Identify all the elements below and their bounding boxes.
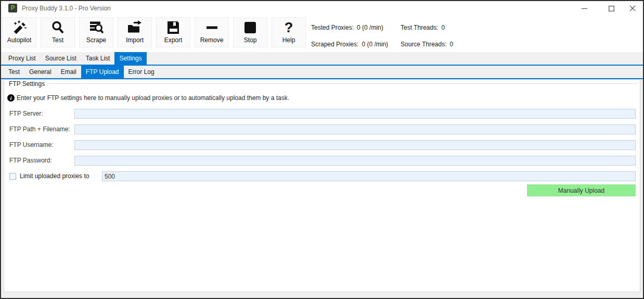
- groupbox-line: [4, 83, 7, 84]
- ftp-server-label: FTP Server:: [9, 109, 43, 119]
- stop-label: Stop: [244, 36, 257, 44]
- tab-email[interactable]: Email: [56, 66, 81, 78]
- export-button[interactable]: Export: [156, 17, 190, 47]
- close-button[interactable]: [622, 1, 643, 16]
- magnifier-icon: [50, 19, 66, 36]
- tab-error-log[interactable]: Error Log: [124, 66, 159, 78]
- info-icon: i: [7, 94, 15, 102]
- maximize-button[interactable]: [601, 1, 622, 16]
- tab-general[interactable]: General: [24, 66, 56, 78]
- floppy-disk-icon: [165, 19, 181, 36]
- autopilot-button[interactable]: Autopilot: [2, 17, 36, 47]
- scrape-button[interactable]: Scrape: [79, 17, 113, 47]
- stat-value: 0 (0 /min): [362, 41, 388, 48]
- tab-settings[interactable]: Settings: [114, 52, 146, 65]
- close-icon: [629, 5, 636, 11]
- settings-tab-bar: Test General Email FTP Upload Error Log: [1, 66, 643, 79]
- title-bar: P Proxy Buddy 3.1.0 - Pro Version: [1, 1, 643, 16]
- import-label: Import: [126, 36, 144, 44]
- minimize-icon: [582, 6, 587, 11]
- limit-proxies-checkbox[interactable]: [9, 173, 16, 180]
- tab-ftp-upload[interactable]: FTP Upload: [81, 66, 124, 78]
- help-button[interactable]: ? Help: [272, 17, 306, 47]
- remove-label: Remove: [200, 36, 224, 44]
- window-title: Proxy Buddy 3.1.0 - Pro Version: [22, 1, 111, 16]
- ftp-username-label: FTP Username:: [9, 140, 53, 150]
- stop-button[interactable]: Stop: [233, 17, 267, 47]
- stat-label: Tested Proxies:: [311, 24, 354, 31]
- export-label: Export: [164, 36, 183, 44]
- groupbox-title: FTP Settings: [9, 80, 45, 88]
- ftp-server-input[interactable]: [74, 109, 636, 119]
- stat-label: Scraped Proxies:: [311, 41, 358, 48]
- stat-value: 0 (0 /min): [357, 24, 383, 31]
- stat-test-threads: Test Threads:0: [401, 24, 445, 31]
- scrape-label: Scrape: [86, 36, 106, 44]
- help-label: Help: [282, 36, 295, 44]
- ftp-path-filename-label: FTP Path + Filename:: [9, 124, 70, 134]
- main-tab-bar: Proxy List Source List Task List Setting…: [1, 52, 643, 66]
- ftp-password-input[interactable]: [74, 156, 636, 166]
- ftp-password-label: FTP Password:: [9, 156, 52, 166]
- tab-test[interactable]: Test: [4, 66, 24, 78]
- minimize-button[interactable]: [574, 1, 595, 16]
- remove-button[interactable]: Remove: [195, 17, 229, 47]
- app-icon: P: [8, 4, 17, 13]
- ftp-path-filename-input[interactable]: [74, 124, 636, 134]
- maximize-icon: [609, 6, 614, 11]
- test-label: Test: [52, 36, 63, 44]
- folder-import-icon: [127, 19, 143, 36]
- stat-value: 0: [441, 24, 445, 31]
- test-button[interactable]: Test: [41, 17, 75, 47]
- magic-wand-icon: [11, 19, 27, 36]
- limit-proxies-input[interactable]: [102, 171, 636, 181]
- ftp-settings-groupbox: FTP Settings: [4, 80, 638, 88]
- stop-square-icon: [242, 19, 258, 36]
- stat-label: Source Threads:: [401, 41, 447, 48]
- tab-proxy-list[interactable]: Proxy List: [4, 52, 41, 65]
- groupbox-line: [47, 83, 638, 84]
- ftp-info-text: Enter your FTP settings here to manually…: [17, 94, 289, 102]
- stat-label: Test Threads:: [401, 24, 438, 31]
- list-search-icon: [88, 19, 104, 36]
- question-mark-icon: ?: [285, 19, 293, 36]
- limit-proxies-label: Limit uploaded proxies to: [20, 172, 89, 180]
- app-window: P Proxy Buddy 3.1.0 - Pro Version Au: [0, 0, 644, 299]
- import-button[interactable]: Import: [118, 17, 152, 47]
- tab-task-list[interactable]: Task List: [81, 52, 115, 65]
- stat-source-threads: Source Threads:0: [401, 41, 453, 48]
- stat-value: 0: [450, 41, 454, 48]
- autopilot-label: Autopilot: [7, 36, 32, 44]
- manually-upload-button[interactable]: Manually Upload: [527, 184, 636, 196]
- stat-scraped-proxies: Scraped Proxies:0 (0 /min): [311, 41, 388, 48]
- ftp-username-input[interactable]: [74, 140, 636, 150]
- minus-icon: [204, 19, 220, 36]
- tab-source-list[interactable]: Source List: [41, 52, 81, 65]
- toolbar: Autopilot Test Scrape: [1, 16, 643, 52]
- stat-tested-proxies: Tested Proxies:0 (0 /min): [311, 24, 383, 31]
